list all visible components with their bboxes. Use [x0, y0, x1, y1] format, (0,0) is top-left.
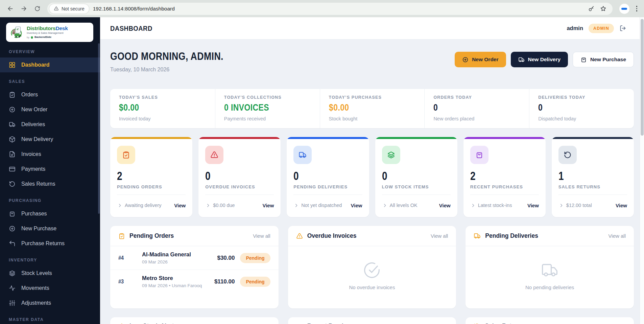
sidebar-item-dashboard[interactable]: Dashboard [0, 57, 100, 72]
page-scrollbar[interactable] [640, 17, 644, 324]
kpi-card-low-stock-items: 0 LOW STOCK ITEMS All levels OK View [375, 137, 457, 217]
panel-title: Pending Orders [129, 232, 174, 239]
sidebar-item-label: Orders [21, 92, 38, 98]
order-amount: $30.00 [217, 255, 235, 261]
sidebar-item-payments[interactable]: Payments [0, 162, 100, 177]
grid-icon [9, 62, 16, 68]
view-all-link[interactable]: View all [253, 233, 270, 239]
kpi-view-link[interactable]: View [439, 203, 451, 208]
kpi-icon-box [117, 146, 135, 164]
stat-subtext: Dispatched today [538, 116, 625, 121]
kpi-view-link[interactable]: View [262, 203, 274, 208]
empty-text: No overdue invoices [349, 284, 395, 290]
sidebar-item-adjustments[interactable]: Adjustments [0, 296, 100, 310]
activity-icon [9, 285, 16, 292]
new-order-button[interactable]: New Order [455, 52, 506, 67]
clipboard-icon [118, 233, 125, 239]
order-row[interactable]: #4 Al-Madina General 09 Mar 2026 $30.00 … [110, 246, 279, 270]
panel-title: Recent Purchases [307, 323, 359, 324]
overdue-invoices-panel: Overdue Invoices View all No overdue inv… [288, 226, 456, 308]
sidebar-item-label: Dashboard [21, 62, 50, 68]
button-label: New Delivery [528, 56, 561, 63]
security-chip[interactable]: Not secure [49, 4, 89, 14]
sidebar-item-purchase-returns[interactable]: Purchase Returns [0, 236, 100, 251]
plus-circle-icon [462, 56, 469, 63]
kpi-note: Latest stock-ins [478, 202, 525, 208]
sidebar-item-movements[interactable]: Movements [0, 281, 100, 296]
quick-actions: New OrderNew DeliveryNew Purchase [455, 52, 634, 67]
truck-icon [518, 56, 525, 63]
stat-label: ORDERS TODAY [433, 95, 520, 100]
stat-label: TODAY’S COLLECTIONS [224, 95, 311, 100]
top-header: DASHBOARD admin ADMIN [100, 17, 644, 40]
layers-icon [9, 270, 16, 277]
browser-forward-button[interactable] [18, 3, 30, 15]
button-label: New Order [472, 56, 498, 63]
browser-menu-button[interactable] [634, 6, 640, 11]
nav-section-overview: OVERVIEW [9, 49, 91, 54]
sidebar-scrollbar[interactable] [98, 43, 100, 214]
sidebar-item-invoices[interactable]: Invoices [0, 147, 100, 162]
panel-low-stock-alert: Low Stock Alert View stock [110, 317, 279, 324]
sidebar-item-stock-levels[interactable]: Stock Levels [0, 266, 100, 281]
corner-up-left-icon [9, 240, 16, 247]
kpi-label: PENDING DELIVERIES [293, 184, 362, 189]
browser-profile-avatar[interactable] [619, 4, 629, 14]
pending-deliveries-panel: Pending Deliveries View all No pending d… [466, 226, 634, 308]
stat-todays-purchases: TODAY’S PURCHASES $0.00 Stock bought [320, 89, 425, 128]
order-row[interactable]: #3 Metro Store 09 Mar 2026 • Usman Faroo… [110, 270, 279, 293]
stat-value: 0 [538, 102, 612, 113]
sidebar-item-new-delivery[interactable]: New Delivery [0, 132, 100, 147]
new-delivery-button[interactable]: New Delivery [511, 52, 568, 67]
browser-back-button[interactable] [4, 3, 16, 15]
sidebar-item-orders[interactable]: Orders [0, 87, 100, 102]
sidebar-nav: OVERVIEWDashboardSALESOrdersNew OrderDel… [0, 42, 100, 322]
greeting-title: GOOD MORNING, ADMIN. [110, 50, 223, 63]
panel-title: Low Stock Alert [129, 323, 174, 324]
view-all-link[interactable]: View all [609, 233, 626, 239]
username: admin [567, 25, 583, 31]
sidebar-item-new-purchase[interactable]: New Purchase [0, 221, 100, 236]
package-icon [9, 136, 16, 143]
sidebar-item-new-order[interactable]: New Order [0, 102, 100, 117]
page-title: DASHBOARD [110, 24, 152, 32]
sidebar-item-label: Sales Returns [21, 181, 55, 187]
shopping-bag-icon [475, 151, 483, 159]
order-meta: 09 Mar 2026 [142, 259, 213, 264]
order-id: #4 [118, 255, 131, 261]
sidebar-item-sales-returns[interactable]: Sales Returns [0, 177, 100, 191]
stat-orders-today: ORDERS TODAY 0 New orders placed [424, 89, 529, 128]
view-all-link[interactable]: View all [431, 233, 448, 239]
sidebar-item-deliveries[interactable]: Deliveries [0, 117, 100, 132]
file-text-icon [9, 151, 16, 158]
sidebar-item-label: Adjustments [21, 300, 51, 306]
sidebar-item-label: New Purchase [21, 226, 56, 232]
kpi-view-link[interactable]: View [527, 203, 539, 208]
bookmark-star-icon[interactable] [600, 5, 606, 12]
sidebar-item-label: New Order [21, 107, 47, 113]
shopping-bag-icon [296, 323, 303, 324]
new-purchase-button[interactable]: New Purchase [573, 52, 634, 67]
sidebar-item-purchases[interactable]: Purchases [0, 206, 100, 221]
browser-reload-button[interactable] [31, 3, 43, 15]
order-id: #3 [118, 278, 131, 285]
kpi-value: 0 [293, 169, 349, 183]
sidebar-item-label: Invoices [21, 151, 41, 157]
kpi-view-link[interactable]: View [616, 203, 627, 208]
app-logo[interactable]: DistributorsDesk Inventory & Sales Manag… [6, 23, 93, 42]
kpi-view-link[interactable]: View [351, 203, 362, 208]
chevron-right-icon [205, 203, 211, 208]
kpi-view-link[interactable]: View [174, 203, 186, 208]
password-key-icon[interactable] [588, 5, 595, 12]
shopping-bag-icon [9, 210, 16, 217]
panel-title: Pending Deliveries [485, 232, 538, 239]
chevron-right-icon [558, 203, 564, 208]
kpi-label: RECENT PURCHASES [470, 184, 539, 189]
logout-button[interactable] [619, 25, 626, 32]
kpi-value: 1 [558, 169, 614, 183]
address-bar[interactable]: Not secure 192.168.1.14:8008/form/dashbo… [47, 3, 613, 15]
scrollbar-thumb[interactable] [641, 19, 644, 136]
alert-triangle-icon [210, 151, 218, 159]
plus-circle-icon [9, 106, 16, 113]
order-meta: 09 Mar 2026 • Usman Farooq [142, 283, 210, 288]
